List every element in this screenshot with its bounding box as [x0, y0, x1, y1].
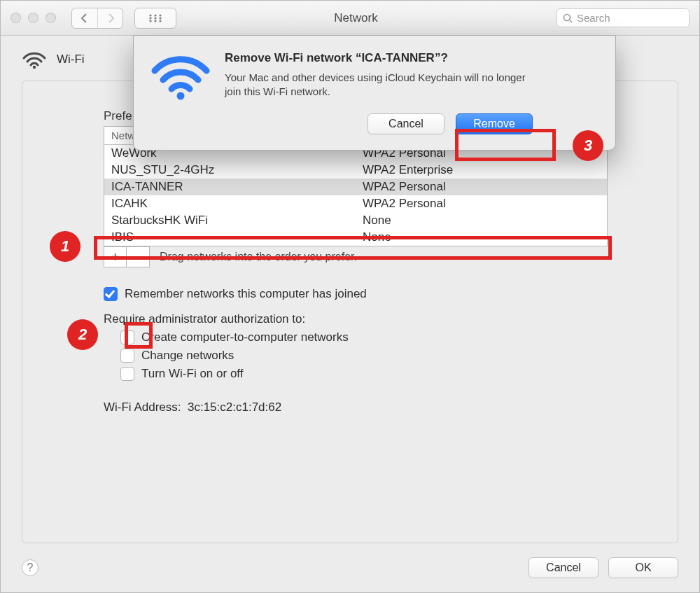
- window-title: Network: [182, 11, 551, 25]
- remember-networks-checkbox[interactable]: Remember networks this computer has join…: [104, 287, 641, 301]
- admin-c2c-label: Create computer-to-computer networks: [141, 330, 349, 344]
- table-row[interactable]: ICAHKWPA2 Personal: [104, 195, 608, 212]
- svg-point-4: [154, 17, 156, 19]
- table-row[interactable]: NUS_STU_2-4GHzWPA2 Enterprise: [104, 162, 608, 179]
- checkbox-icon: [104, 287, 118, 301]
- wifi-icon: [22, 50, 47, 69]
- svg-point-6: [149, 20, 151, 22]
- dialog-cancel-button[interactable]: Cancel: [368, 113, 444, 134]
- checkbox-icon: [120, 367, 134, 381]
- remember-networks-label: Remember networks this computer has join…: [125, 287, 367, 301]
- wifi-icon: [150, 51, 211, 134]
- svg-point-1: [154, 14, 156, 16]
- require-admin-label: Require administrator authorization to:: [104, 312, 641, 326]
- admin-change-label: Change networks: [141, 349, 234, 363]
- svg-point-3: [149, 17, 151, 19]
- close-window-button[interactable]: [10, 13, 21, 23]
- svg-point-7: [154, 20, 156, 22]
- annotation-badge-1: 1: [50, 231, 80, 262]
- annotation-rect-3: [455, 129, 556, 161]
- bottom-bar: ? Cancel OK: [1, 557, 699, 592]
- minimize-window-button[interactable]: [28, 13, 38, 23]
- admin-c2c-checkbox[interactable]: Create computer-to-computer networks: [120, 330, 641, 344]
- search-field[interactable]: Search: [556, 8, 690, 27]
- svg-point-12: [177, 92, 185, 100]
- checkbox-icon: [120, 349, 134, 363]
- titlebar: Network Search: [1, 1, 699, 36]
- annotation-badge-2: 2: [67, 319, 98, 350]
- traffic-lights: [10, 13, 56, 23]
- svg-point-9: [564, 14, 570, 20]
- forward-button[interactable]: [97, 8, 122, 28]
- annotation-rect-1: [94, 236, 612, 260]
- admin-toggle-checkbox[interactable]: Turn Wi-Fi on or off: [120, 367, 641, 381]
- show-all-button[interactable]: [134, 8, 176, 29]
- admin-change-checkbox[interactable]: Change networks: [120, 349, 641, 363]
- zoom-window-button[interactable]: [46, 13, 56, 23]
- annotation-badge-3: 3: [573, 130, 603, 161]
- search-icon: [563, 13, 573, 23]
- tab-wifi-label: Wi-Fi: [57, 53, 85, 67]
- back-button[interactable]: [72, 8, 97, 28]
- svg-line-10: [570, 20, 572, 22]
- wifi-address-line: Wi-Fi Address: 3c:15:c2:c1:7d:62: [104, 400, 641, 414]
- svg-point-0: [149, 14, 151, 16]
- table-row[interactable]: ICA-TANNERWPA2 Personal: [104, 179, 608, 195]
- help-button[interactable]: ?: [22, 559, 38, 576]
- annotation-rect-2: [125, 322, 153, 349]
- table-row[interactable]: StarbucksHK WiFiNone: [104, 212, 608, 229]
- svg-point-11: [33, 66, 36, 69]
- dialog-title: Remove Wi-Fi network “ICA-TANNER”?: [225, 51, 533, 65]
- search-placeholder: Search: [577, 12, 610, 24]
- cancel-button[interactable]: Cancel: [528, 557, 598, 578]
- svg-point-5: [159, 17, 161, 19]
- admin-toggle-label: Turn Wi-Fi on or off: [141, 367, 243, 381]
- dialog-body: Your Mac and other devices using iCloud …: [225, 71, 533, 99]
- ok-button[interactable]: OK: [608, 557, 678, 578]
- nav-back-forward: [71, 8, 123, 29]
- svg-point-8: [159, 20, 161, 22]
- svg-point-2: [159, 14, 161, 16]
